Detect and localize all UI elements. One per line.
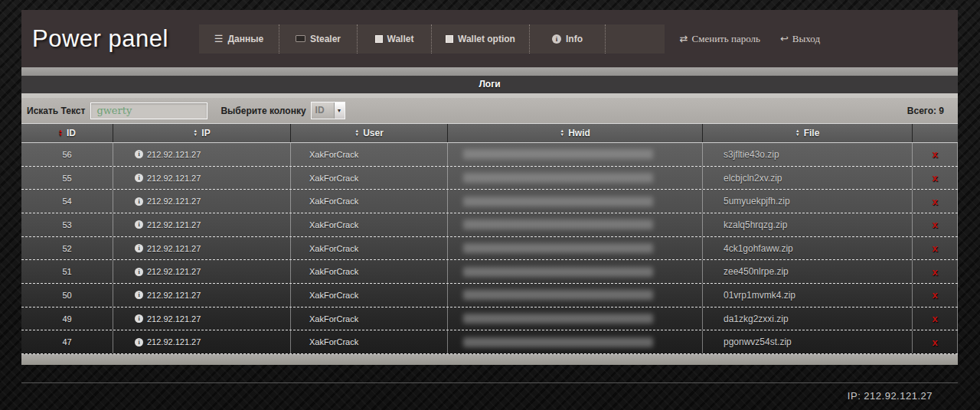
ip-value: 212.92.121.27 (147, 314, 201, 324)
ip-value: 212.92.121.27 (147, 244, 201, 253)
nav-label: Данные (228, 34, 264, 44)
change-password-button[interactable]: ⇄ Сменить пароль (680, 33, 760, 45)
cell-delete: x (913, 330, 958, 353)
chevron-down-icon: ▼ (334, 102, 345, 119)
cell-hwid (448, 308, 703, 330)
table-row: 53 i 212.92.121.27 XakForCrack kzalq5hrq… (21, 213, 958, 237)
hwid-redacted (463, 149, 653, 159)
info-icon[interactable]: i (135, 338, 143, 347)
cell-file: 01vrp1mvmk4.zip (703, 284, 913, 307)
cell-hwid (448, 190, 703, 213)
cell-delete: x (913, 167, 958, 190)
column-header-file[interactable]: ▲▼ File (703, 124, 913, 142)
cell-user: XakForCrack (291, 284, 448, 307)
cell-user: XakForCrack (291, 330, 448, 353)
column-header-ip[interactable]: ▲▼ IP (113, 124, 291, 142)
app-header: Power panel ☰ Данные Stealer Wallet Wall… (21, 10, 958, 67)
cell-id: 53 (21, 213, 113, 236)
cell-file: kzalq5hrqzg.zip (703, 213, 913, 236)
cell-id: 52 (21, 237, 113, 260)
info-icon[interactable]: i (135, 220, 143, 229)
ip-value: 212.92.121.27 (147, 174, 201, 183)
cell-user: XakForCrack (291, 308, 448, 330)
info-icon[interactable]: i (135, 150, 143, 158)
info-icon[interactable]: i (135, 291, 143, 299)
nav-item-wallet[interactable]: Wallet (357, 24, 431, 54)
info-icon[interactable]: i (135, 244, 143, 252)
cell-id: 47 (21, 330, 113, 353)
delete-button[interactable]: x (932, 289, 937, 301)
sort-icon: ▲▼ (560, 129, 564, 137)
ip-value: 212.92.121.27 (147, 150, 201, 159)
cell-ip: i 212.92.121.27 (113, 237, 291, 260)
change-password-label: Сменить пароль (692, 33, 760, 45)
cell-user: XakForCrack (291, 143, 448, 166)
divider-bar-top (21, 67, 958, 76)
nav-label: Wallet option (458, 34, 515, 44)
sort-icon: ▲▼ (795, 129, 800, 137)
nav-item-dannye[interactable]: ☰ Данные (199, 24, 279, 54)
info-icon[interactable]: i (135, 314, 143, 323)
nav-label: Info (566, 34, 583, 44)
column-select[interactable]: ID ▼ (311, 102, 345, 119)
hwid-redacted (463, 243, 653, 253)
stealer-icon (296, 35, 305, 42)
ip-value: 212.92.121.27 (147, 291, 201, 300)
info-icon[interactable]: i (135, 174, 143, 182)
delete-button[interactable]: x (932, 172, 937, 184)
column-header-id[interactable]: ▲▼ ID (21, 124, 113, 142)
cell-delete: x (913, 143, 958, 166)
column-header-actions (913, 124, 958, 142)
ip-value: 212.92.121.27 (147, 197, 201, 206)
search-input[interactable] (90, 102, 207, 119)
cell-ip: i 212.92.121.27 (113, 190, 291, 213)
cell-hwid (448, 143, 703, 166)
header-actions: ⇄ Сменить пароль ↩ Выход (680, 33, 820, 45)
cell-id: 54 (21, 190, 113, 213)
cell-ip: i 212.92.121.27 (113, 167, 291, 190)
logout-button[interactable]: ↩ Выход (780, 33, 820, 45)
cell-file: s3jfltie43o.zip (703, 143, 913, 166)
delete-button[interactable]: x (932, 219, 937, 230)
table-row: 56 i 212.92.121.27 XakForCrack s3jfltie4… (21, 143, 958, 167)
column-header-hwid[interactable]: ▲▼ Hwid (448, 124, 703, 142)
main-nav: ☰ Данные Stealer Wallet Wallet option i … (199, 24, 665, 54)
cell-file: pgonwvz54st.zip (703, 330, 913, 353)
cell-hwid (448, 330, 703, 353)
column-select-value: ID (312, 102, 334, 119)
delete-button[interactable]: x (932, 196, 937, 207)
cell-hwid (448, 260, 703, 283)
cell-id: 51 (21, 260, 113, 283)
nav-item-wallet-option[interactable]: Wallet option (431, 24, 529, 54)
delete-button[interactable]: x (932, 266, 937, 278)
cell-hwid (448, 284, 703, 307)
cell-file: elcbjcln2xv.zip (703, 167, 913, 190)
hwid-redacted (463, 173, 653, 183)
info-icon[interactable]: i (135, 197, 143, 206)
info-icon[interactable]: i (135, 268, 143, 276)
cell-user: XakForCrack (291, 190, 448, 213)
cell-file: 4ck1gohfaww.zip (703, 237, 913, 260)
table-body: 56 i 212.92.121.27 XakForCrack s3jfltie4… (21, 143, 958, 354)
column-header-user[interactable]: ▲▼ User (291, 124, 448, 142)
delete-button[interactable]: x (932, 148, 937, 160)
cell-delete: x (913, 260, 958, 283)
cell-file: zee450nlrpe.zip (703, 260, 913, 283)
delete-button[interactable]: x (932, 313, 937, 324)
info-icon: i (552, 34, 561, 44)
delete-button[interactable]: x (932, 242, 937, 254)
column-header-label: ID (67, 128, 76, 138)
nav-label: Stealer (310, 34, 341, 44)
table-row: 51 i 212.92.121.27 XakForCrack zee450nlr… (21, 260, 958, 284)
cell-hwid (448, 167, 703, 190)
cell-id: 56 (21, 143, 113, 166)
sort-icon: ▲▼ (193, 129, 198, 137)
cell-hwid (448, 213, 703, 236)
nav-item-stealer[interactable]: Stealer (279, 24, 357, 54)
column-header-label: Hwid (568, 128, 590, 138)
logout-icon: ↩ (780, 33, 789, 45)
cell-id: 49 (21, 308, 113, 330)
delete-button[interactable]: x (932, 337, 937, 348)
cell-id: 50 (21, 284, 113, 307)
nav-item-info[interactable]: i Info (529, 24, 605, 54)
